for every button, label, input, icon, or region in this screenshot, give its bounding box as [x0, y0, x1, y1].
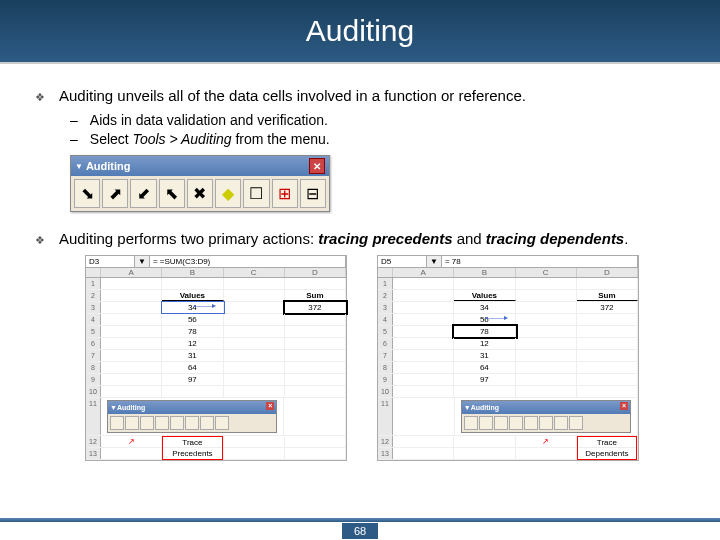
clear-circles-icon[interactable]: ⊟	[300, 179, 326, 208]
selected-cell[interactable]: 78	[454, 326, 515, 337]
sum-cell[interactable]: 372	[285, 302, 346, 313]
slide-footer: 68	[0, 518, 720, 540]
col-sum-header: Sum	[285, 290, 346, 301]
remove-all-arrows-icon[interactable]: ✖	[187, 179, 213, 208]
auditing-toolbar: ▼ Auditing ✕ ⬊ ⬈ ⬋ ⬉ ✖ ◆ ☐ ⊞ ⊟	[70, 155, 330, 212]
sub-1: – Aids in data validation and verificati…	[70, 112, 685, 128]
toolbar-title-text: Auditing	[86, 160, 131, 172]
close-icon[interactable]: ×	[266, 402, 274, 410]
bullet-1-text: Auditing unveils all of the data cells i…	[59, 87, 526, 104]
sum-cell: 372	[577, 302, 638, 313]
bullet-diamond-icon: ❖	[35, 234, 45, 247]
close-icon[interactable]: ✕	[309, 158, 325, 174]
page-number: 68	[342, 523, 378, 539]
sheet-dependents: D5 ▼ = 78 ABCD 1 2ValuesSum 334372 456•—…	[377, 255, 639, 461]
formula-bar[interactable]: = 78	[442, 256, 638, 267]
sub-2: – Select Tools > Auditing from the menu.	[70, 131, 685, 147]
mini-toolbar: ▼Auditing×	[461, 400, 631, 433]
close-icon[interactable]: ×	[620, 402, 628, 410]
dash-icon: –	[70, 131, 78, 147]
dropdown-icon[interactable]: ▼	[75, 162, 83, 171]
trace-dependents-icon[interactable]: ⬋	[130, 179, 156, 208]
toolbar-buttons: ⬊ ⬈ ⬋ ⬉ ✖ ◆ ☐ ⊞ ⊟	[71, 176, 329, 211]
bullet-diamond-icon: ❖	[35, 91, 45, 104]
slide-header: Auditing	[0, 0, 720, 64]
bullet-2: ❖ Auditing performs two primary actions:…	[35, 230, 685, 247]
bullet-1: ❖ Auditing unveils all of the data cells…	[35, 87, 685, 104]
toolbar-titlebar[interactable]: ▼ Auditing ✕	[71, 156, 329, 176]
sub-2-text: Select Tools > Auditing from the menu.	[90, 131, 330, 147]
slide-title: Auditing	[306, 14, 414, 48]
example-sheets: D3 ▼ = =SUM(C3:D9) ABCD 1 2ValuesSum 334…	[85, 255, 685, 461]
cell-ref[interactable]: D5	[378, 256, 427, 267]
trace-error-icon[interactable]: ◆	[215, 179, 241, 208]
cell-ref[interactable]: D3	[86, 256, 135, 267]
col-values-header: Values	[454, 290, 515, 301]
bullet-2-text: Auditing performs two primary actions: t…	[59, 230, 628, 247]
sheet-precedents: D3 ▼ = =SUM(C3:D9) ABCD 1 2ValuesSum 334…	[85, 255, 347, 461]
trace-precedents-icon[interactable]: ⬊	[74, 179, 100, 208]
circle-invalid-icon[interactable]: ⊞	[272, 179, 298, 208]
remove-dependents-icon[interactable]: ⬉	[159, 179, 185, 208]
dash-icon: –	[70, 112, 78, 128]
remove-precedents-icon[interactable]: ⬈	[102, 179, 128, 208]
formula-bar[interactable]: = =SUM(C3:D9)	[150, 256, 346, 267]
sub-1-text: Aids in data validation and verification…	[90, 112, 328, 128]
slide-body: ❖ Auditing unveils all of the data cells…	[0, 64, 720, 476]
comment-icon[interactable]: ☐	[243, 179, 269, 208]
mini-toolbar: ▼Auditing×	[107, 400, 277, 433]
col-sum-header: Sum	[577, 290, 638, 301]
